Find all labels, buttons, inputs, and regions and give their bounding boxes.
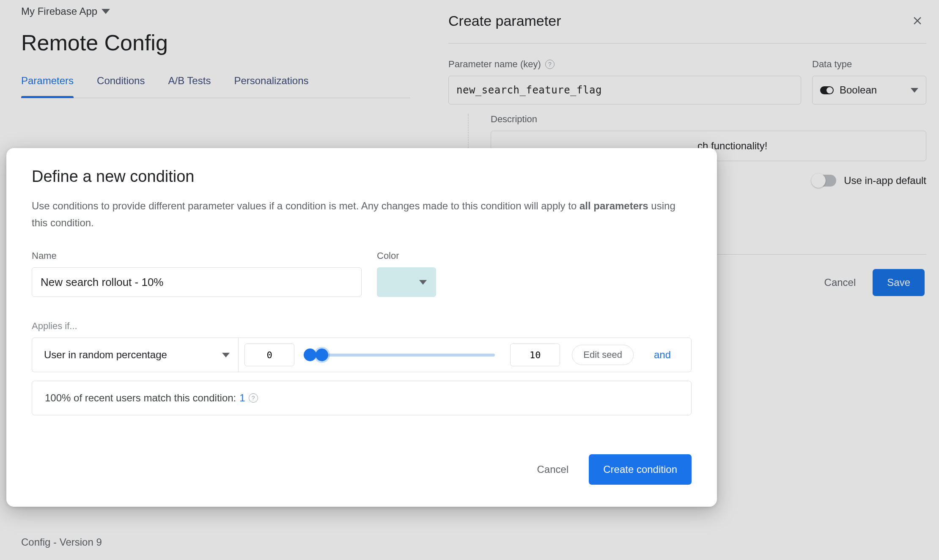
percentile-lower-input[interactable] (244, 343, 294, 366)
chevron-down-icon (419, 280, 427, 285)
tab-personalizations[interactable]: Personalizations (234, 75, 308, 98)
in-app-default-toggle[interactable] (813, 175, 836, 187)
applies-label: Applies if... (32, 321, 692, 332)
name-label: Name (32, 250, 362, 261)
dialog-title: Define a new condition (32, 167, 692, 186)
project-selector[interactable]: My Firebase App (21, 4, 110, 22)
tab-conditions[interactable]: Conditions (97, 75, 145, 98)
help-icon[interactable]: ? (249, 393, 258, 403)
chevron-down-icon (222, 353, 230, 357)
create-condition-button[interactable]: Create condition (589, 454, 692, 485)
match-count: 1 (239, 392, 245, 404)
panel-title: Create parameter (448, 13, 561, 29)
in-app-default-label: Use in-app default (844, 175, 926, 187)
color-select[interactable] (377, 267, 436, 297)
tabs: Parameters Conditions A/B Tests Personal… (21, 75, 410, 98)
close-icon[interactable] (909, 12, 926, 30)
condition-name-input[interactable] (32, 267, 362, 297)
and-link[interactable]: and (654, 349, 671, 361)
tab-parameters[interactable]: Parameters (21, 75, 74, 98)
slider-upper-handle[interactable] (314, 347, 330, 363)
param-name-label: Parameter name (key) ? (448, 59, 801, 70)
color-label: Color (377, 250, 436, 261)
chevron-down-icon (911, 88, 918, 93)
page-title: Remote Config (21, 30, 410, 55)
match-info: 100% of recent users match this conditio… (32, 381, 692, 415)
dialog-desc: Use conditions to provide different para… (32, 198, 692, 231)
param-name-input[interactable]: new_search_feature_flag (448, 76, 801, 104)
percentile-slider[interactable] (304, 345, 495, 365)
project-name: My Firebase App (21, 5, 97, 17)
config-version: Config - Version 9 (21, 536, 102, 548)
save-button[interactable]: Save (873, 269, 925, 296)
condition-type-select[interactable]: User in random percentage (44, 338, 239, 372)
boolean-icon (820, 86, 834, 94)
percentile-upper-input[interactable] (510, 343, 560, 366)
description-label: Description (491, 114, 926, 125)
datatype-select[interactable]: Boolean (812, 76, 926, 104)
help-icon[interactable]: ? (545, 60, 555, 69)
cancel-button[interactable]: Cancel (824, 277, 856, 288)
chevron-down-icon (102, 8, 110, 14)
datatype-label: Data type (812, 59, 926, 70)
tab-ab-tests[interactable]: A/B Tests (168, 75, 211, 98)
condition-builder: User in random percentage Edit seed and (32, 338, 692, 372)
cancel-button[interactable]: Cancel (537, 464, 569, 475)
define-condition-dialog: Define a new condition Use conditions to… (6, 148, 717, 507)
edit-seed-button[interactable]: Edit seed (572, 345, 634, 365)
